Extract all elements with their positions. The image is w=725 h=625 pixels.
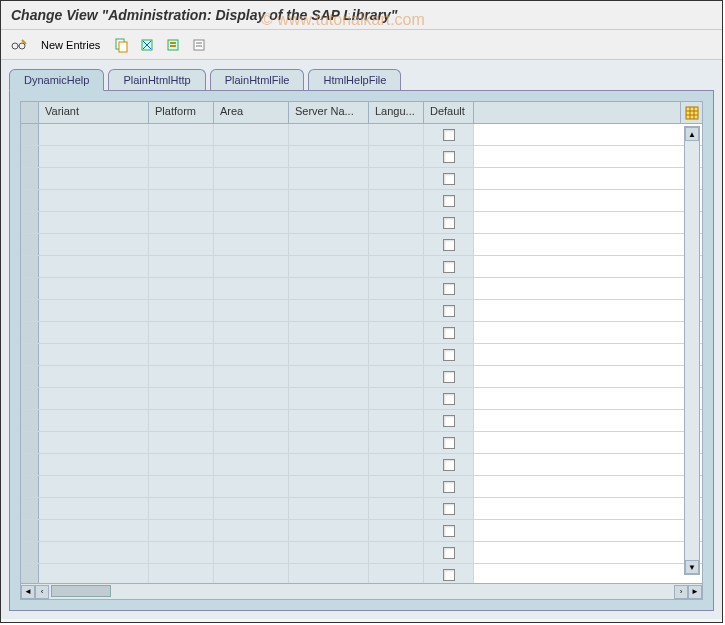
default-checkbox[interactable]: [443, 349, 455, 361]
cell-server[interactable]: [289, 564, 369, 583]
scroll-thumb-h[interactable]: [51, 585, 111, 597]
row-selector[interactable]: [21, 564, 39, 583]
col-variant[interactable]: Variant: [39, 102, 149, 123]
row-selector-header[interactable]: [21, 102, 39, 123]
row-selector[interactable]: [21, 410, 39, 431]
cell-language[interactable]: [369, 146, 424, 167]
cell-language[interactable]: [369, 344, 424, 365]
cell-variant[interactable]: [39, 520, 149, 541]
scroll-track-v[interactable]: [685, 141, 699, 560]
tab-plainhtmlhttp[interactable]: PlainHtmlHttp: [108, 69, 205, 91]
cell-server[interactable]: [289, 234, 369, 255]
default-checkbox[interactable]: [443, 459, 455, 471]
cell-platform[interactable]: [149, 410, 214, 431]
cell-variant[interactable]: [39, 146, 149, 167]
cell-platform[interactable]: [149, 454, 214, 475]
cell-language[interactable]: [369, 388, 424, 409]
cell-language[interactable]: [369, 366, 424, 387]
cell-area[interactable]: [214, 278, 289, 299]
cell-server[interactable]: [289, 300, 369, 321]
cell-area[interactable]: [214, 476, 289, 497]
cell-server[interactable]: [289, 542, 369, 563]
default-checkbox[interactable]: [443, 305, 455, 317]
cell-language[interactable]: [369, 190, 424, 211]
scroll-left-button[interactable]: ‹: [35, 585, 49, 599]
scroll-left-first-button[interactable]: ◄: [21, 585, 35, 599]
default-checkbox[interactable]: [443, 437, 455, 449]
cell-area[interactable]: [214, 234, 289, 255]
default-checkbox[interactable]: [443, 415, 455, 427]
cell-variant[interactable]: [39, 388, 149, 409]
row-selector[interactable]: [21, 498, 39, 519]
cell-server[interactable]: [289, 454, 369, 475]
cell-server[interactable]: [289, 344, 369, 365]
row-selector[interactable]: [21, 432, 39, 453]
cell-variant[interactable]: [39, 454, 149, 475]
tab-htmlhelpfile[interactable]: HtmlHelpFile: [308, 69, 401, 91]
cell-variant[interactable]: [39, 432, 149, 453]
row-selector[interactable]: [21, 190, 39, 211]
cell-area[interactable]: [214, 520, 289, 541]
cell-server[interactable]: [289, 168, 369, 189]
default-checkbox[interactable]: [443, 547, 455, 559]
default-checkbox[interactable]: [443, 283, 455, 295]
default-checkbox[interactable]: [443, 195, 455, 207]
cell-language[interactable]: [369, 212, 424, 233]
cell-variant[interactable]: [39, 300, 149, 321]
cell-server[interactable]: [289, 432, 369, 453]
cell-language[interactable]: [369, 454, 424, 475]
select-all-button[interactable]: [164, 35, 184, 55]
tab-plainhtmlfile[interactable]: PlainHtmlFile: [210, 69, 305, 91]
table-settings-button[interactable]: [680, 102, 702, 123]
default-checkbox[interactable]: [443, 151, 455, 163]
cell-variant[interactable]: [39, 366, 149, 387]
cell-language[interactable]: [369, 168, 424, 189]
row-selector[interactable]: [21, 168, 39, 189]
cell-platform[interactable]: [149, 542, 214, 563]
scroll-right-last-button[interactable]: ►: [688, 585, 702, 599]
cell-language[interactable]: [369, 256, 424, 277]
cell-language[interactable]: [369, 564, 424, 583]
row-selector[interactable]: [21, 146, 39, 167]
cell-variant[interactable]: [39, 190, 149, 211]
row-selector[interactable]: [21, 212, 39, 233]
cell-platform[interactable]: [149, 234, 214, 255]
cell-variant[interactable]: [39, 212, 149, 233]
cell-language[interactable]: [369, 234, 424, 255]
cell-language[interactable]: [369, 432, 424, 453]
col-language[interactable]: Langu...: [369, 102, 424, 123]
cell-variant[interactable]: [39, 344, 149, 365]
default-checkbox[interactable]: [443, 481, 455, 493]
cell-server[interactable]: [289, 256, 369, 277]
cell-language[interactable]: [369, 542, 424, 563]
cell-variant[interactable]: [39, 322, 149, 343]
cell-server[interactable]: [289, 190, 369, 211]
cell-variant[interactable]: [39, 498, 149, 519]
tab-dynamichelp[interactable]: DynamicHelp: [9, 69, 104, 91]
cell-platform[interactable]: [149, 388, 214, 409]
cell-area[interactable]: [214, 432, 289, 453]
cell-area[interactable]: [214, 388, 289, 409]
cell-area[interactable]: [214, 124, 289, 145]
row-selector[interactable]: [21, 344, 39, 365]
cell-language[interactable]: [369, 300, 424, 321]
copy-as-button[interactable]: [112, 35, 132, 55]
cell-platform[interactable]: [149, 300, 214, 321]
default-checkbox[interactable]: [443, 217, 455, 229]
cell-language[interactable]: [369, 476, 424, 497]
deselect-all-button[interactable]: [190, 35, 210, 55]
cell-platform[interactable]: [149, 344, 214, 365]
col-default[interactable]: Default: [424, 102, 474, 123]
cell-variant[interactable]: [39, 542, 149, 563]
cell-server[interactable]: [289, 498, 369, 519]
cell-server[interactable]: [289, 366, 369, 387]
cell-platform[interactable]: [149, 124, 214, 145]
cell-server[interactable]: [289, 278, 369, 299]
cell-server[interactable]: [289, 146, 369, 167]
cell-area[interactable]: [214, 542, 289, 563]
cell-variant[interactable]: [39, 476, 149, 497]
row-selector[interactable]: [21, 542, 39, 563]
row-selector[interactable]: [21, 388, 39, 409]
cell-area[interactable]: [214, 168, 289, 189]
cell-variant[interactable]: [39, 168, 149, 189]
